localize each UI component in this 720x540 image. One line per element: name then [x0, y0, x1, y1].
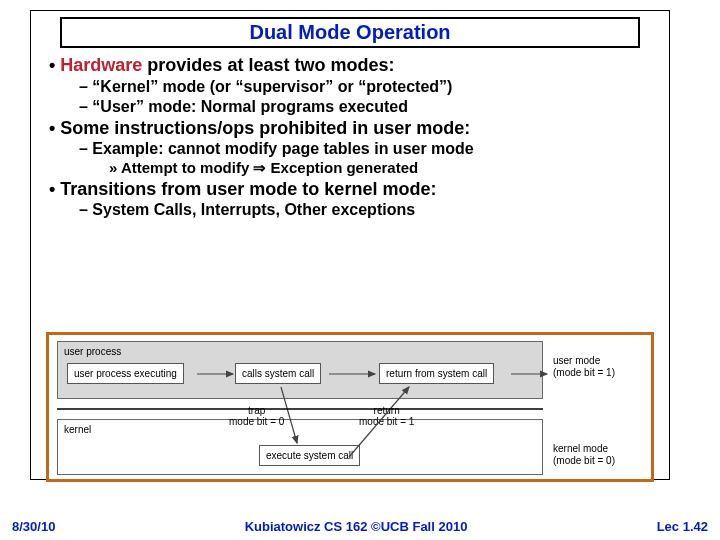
- kernel-mode-bit: (mode bit = 0): [553, 455, 615, 466]
- bullet-example: Example: cannot modify page tables in us…: [79, 139, 661, 159]
- content: Hardware provides at least two modes: “K…: [31, 52, 669, 220]
- mode-diagram: user process user process executing call…: [46, 332, 654, 482]
- slide-title-box: Dual Mode Operation: [60, 17, 640, 48]
- bullet-prohibited: Some instructions/ops prohibited in user…: [49, 117, 661, 140]
- label-return: return mode bit = 1: [359, 405, 414, 427]
- bullet-user-mode: “User” mode: Normal programs executed: [79, 97, 661, 117]
- label-user-process: user process: [64, 346, 121, 357]
- box-return-from: return from system call: [379, 363, 494, 384]
- label-user-mode: user mode (mode bit = 1): [553, 355, 615, 379]
- box-executing: user process executing: [67, 363, 184, 384]
- return-bit: mode bit = 1: [359, 416, 414, 427]
- bullet-syscalls: System Calls, Interrupts, Other exceptio…: [79, 200, 661, 220]
- user-mode-text: user mode: [553, 355, 600, 366]
- footer-page: Lec 1.42: [657, 519, 708, 534]
- label-trap: trap mode bit = 0: [229, 405, 284, 427]
- return-text: return: [374, 405, 400, 416]
- bullet-hardware: Hardware provides at least two modes:: [49, 54, 661, 77]
- bullet-transitions: Transitions from user mode to kernel mod…: [49, 178, 661, 201]
- box-execute: execute system call: [259, 445, 360, 466]
- user-mode-bit: (mode bit = 1): [553, 367, 615, 378]
- footer-course: Kubiatowicz CS 162 ©UCB Fall 2010: [245, 519, 468, 534]
- box-calls: calls system call: [235, 363, 321, 384]
- kernel-mode-text: kernel mode: [553, 443, 608, 454]
- footer-date: 8/30/10: [12, 519, 55, 534]
- bullet-kernel-mode: “Kernel” mode (or “supervisor” or “prote…: [79, 77, 661, 97]
- slide-footer: 8/30/10 Kubiatowicz CS 162 ©UCB Fall 201…: [0, 519, 720, 534]
- accent-hardware: Hardware: [60, 55, 147, 75]
- trap-bit: mode bit = 0: [229, 416, 284, 427]
- label-kernel-mode: kernel mode (mode bit = 0): [553, 443, 615, 467]
- bullet-attempt: Attempt to modify ⇒ Exception generated: [109, 159, 661, 178]
- text-hardware: provides at least two modes:: [147, 55, 394, 75]
- trap-text: trap: [248, 405, 265, 416]
- slide-title: Dual Mode Operation: [249, 21, 450, 43]
- label-kernel: kernel: [64, 424, 91, 435]
